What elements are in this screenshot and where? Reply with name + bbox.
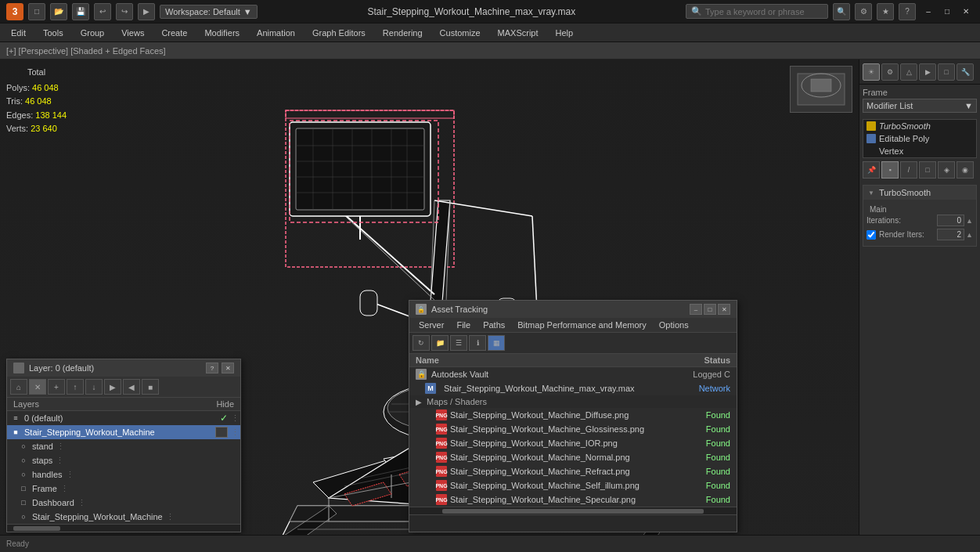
layer-item-7[interactable]: ○ Stair_Stepping_Workout_Machine ⋮ [7, 510, 240, 524]
at-row-5[interactable]: PNG Stair_Stepping_Workout_Machine_IOR.p… [409, 436, 737, 450]
mod-tool-vertex[interactable]: ▪ [881, 161, 899, 179]
at-tb-refresh[interactable]: ↻ [413, 335, 430, 351]
rp-icon-motion2[interactable]: ▶ [919, 63, 936, 81]
at-row-7[interactable]: PNG Stair_Stepping_Workout_Machine_Refra… [409, 464, 737, 478]
layer-item-3[interactable]: ○ staps ⋮ [7, 453, 240, 467]
lt-btn-4[interactable]: ↑ [67, 379, 84, 395]
layer-item-4[interactable]: ○ handles ⋮ [7, 467, 240, 482]
layers-close-btn[interactable]: ✕ [222, 363, 234, 373]
mod-turbosmooth[interactable]: TurboSmooth [863, 120, 976, 132]
at-tb-folder[interactable]: 📁 [431, 335, 449, 351]
lt-btn-6[interactable]: ▶ [104, 379, 121, 395]
minimize-button[interactable]: – [921, 5, 936, 18]
layers-hscrollbar[interactable] [7, 524, 240, 532]
at-scrollbar-thumb[interactable] [442, 509, 704, 514]
at-row-0[interactable]: 🔒 Autodesk Vault Logged C [409, 367, 737, 381]
menu-help[interactable]: Help [548, 27, 582, 39]
menu-modifiers[interactable]: Modifiers [196, 27, 247, 39]
layer-item-2[interactable]: ○ stand ⋮ [7, 439, 240, 453]
ts-render-iters-input[interactable] [937, 229, 964, 240]
layer-item-5[interactable]: □ Frame ⋮ [7, 482, 240, 496]
mod-tool-border[interactable]: □ [919, 161, 936, 179]
at-menu-server[interactable]: Server [413, 318, 450, 332]
turbosmooth-header[interactable]: TurboSmooth [863, 186, 976, 200]
rp-icon-utilities[interactable]: 🔧 [957, 63, 974, 81]
maximize-button[interactable]: □ [939, 5, 955, 18]
menu-animation[interactable]: Animation [249, 27, 303, 39]
layer-item-6[interactable]: □ Dashboard ⋮ [7, 496, 240, 510]
lt-btn-5[interactable]: ↓ [85, 379, 103, 395]
layers-hscrollbar-thumb[interactable] [13, 526, 60, 531]
ts-render-iters-up[interactable]: ▲ [966, 231, 973, 239]
tb-btn-star[interactable]: ★ [877, 3, 894, 20]
at-minimize-btn[interactable]: – [690, 304, 702, 315]
menu-maxscript[interactable]: MAXScript [490, 27, 546, 39]
lt-btn-2[interactable]: ✕ [29, 379, 46, 395]
at-menu-file[interactable]: File [450, 318, 477, 332]
tb-btn-new[interactable]: □ [28, 3, 45, 20]
at-row-3[interactable]: PNG Stair_Stepping_Workout_Machine_Diffu… [409, 408, 737, 422]
tb-btn-settings[interactable]: ⚙ [855, 3, 872, 20]
viewport[interactable]: Total Polys: 46 048 Tris: 46 048 Edges: … [0, 60, 859, 552]
menu-create[interactable]: Create [153, 27, 195, 39]
at-menu-options[interactable]: Options [653, 318, 695, 332]
search-input[interactable] [705, 7, 823, 16]
lt-btn-7[interactable]: ◀ [123, 379, 140, 395]
tb-btn-open[interactable]: 📂 [50, 3, 67, 20]
tb-btn-save[interactable]: 💾 [72, 3, 89, 20]
rp-icon-display[interactable]: □ [938, 63, 955, 81]
at-row-2[interactable]: ▶ Maps / Shaders [409, 395, 737, 408]
at-tb-info[interactable]: ℹ [469, 335, 486, 351]
lt-btn-8[interactable]: ■ [142, 379, 159, 395]
tb-btn-search-ext[interactable]: 🔍 [833, 3, 850, 20]
mod-tool-element[interactable]: ◉ [957, 161, 974, 179]
mod-tool-poly[interactable]: ◈ [938, 161, 955, 179]
layer-item-1[interactable]: ■ Stair_Stepping_Workout_Machine ⋮ [7, 425, 240, 439]
layers-help-btn[interactable]: ? [206, 363, 218, 373]
at-row-4[interactable]: PNG Stair_Stepping_Workout_Machine_Gloss… [409, 422, 737, 436]
menu-views[interactable]: Views [113, 27, 152, 39]
rp-icon-hierarchy[interactable]: △ [900, 63, 917, 81]
menu-graph-editors[interactable]: Graph Editors [304, 27, 373, 39]
at-row-8[interactable]: PNG Stair_Stepping_Workout_Machine_Self_… [409, 478, 737, 492]
at-row-1-status: Network [668, 384, 730, 393]
mod-tool-pin[interactable]: 📌 [863, 161, 880, 179]
at-maximize-btn[interactable]: □ [704, 304, 716, 315]
mod-editablepoly[interactable]: Editable Poly [863, 132, 976, 145]
at-menu-bitmap[interactable]: Bitmap Performance and Memory [511, 318, 652, 332]
close-button[interactable]: ✕ [958, 5, 974, 18]
at-tb-grid[interactable]: ▦ [488, 335, 505, 351]
menu-edit[interactable]: Edit [3, 27, 34, 39]
menu-rendering[interactable]: Rendering [375, 27, 431, 39]
tb-btn-help[interactable]: ? [899, 3, 916, 20]
layer-name-1: Stair_Stepping_Workout_Machine [24, 428, 155, 437]
modifier-list-dropdown[interactable]: Modifier List ▼ [863, 99, 977, 113]
mod-tool-edge[interactable]: / [900, 161, 917, 179]
tb-btn-undo[interactable]: ↩ [94, 3, 111, 20]
ts-iterations-input[interactable] [937, 215, 964, 226]
at-menu-paths[interactable]: Paths [477, 318, 511, 332]
ts-render-iters-checkbox[interactable] [867, 230, 876, 240]
lt-btn-3[interactable]: + [48, 379, 65, 395]
at-row-9[interactable]: PNG Stair_Stepping_Workout_Machine_Specu… [409, 492, 737, 507]
at-close-btn[interactable]: ✕ [718, 304, 730, 315]
at-scrollbar[interactable] [409, 507, 737, 514]
tb-btn-render[interactable]: ▶ [138, 3, 155, 20]
workspace-dropdown[interactable]: Workspace: Default ▼ [160, 5, 258, 19]
menu-group[interactable]: Group [73, 27, 113, 39]
tb-btn-redo[interactable]: ↪ [116, 3, 133, 20]
layer-visibility-1[interactable] [215, 427, 228, 438]
rp-icon-modify[interactable]: ⚙ [881, 63, 899, 81]
rp-icon-motion[interactable]: ☀ [863, 63, 880, 81]
layer-item-0[interactable]: ≡ 0 (default) ✓ ⋮ [7, 411, 240, 425]
mod-vertex[interactable]: Vertex [863, 145, 976, 157]
at-row-1[interactable]: M Stair_Stepping_Workout_Machine_max_vra… [409, 381, 737, 395]
menu-customize[interactable]: Customize [432, 27, 488, 39]
search-bar[interactable]: 🔍 [686, 4, 828, 19]
title-bar-right: – □ ✕ [921, 5, 974, 18]
at-row-6[interactable]: PNG Stair_Stepping_Workout_Machine_Norma… [409, 450, 737, 464]
lt-btn-1[interactable]: ⌂ [10, 379, 27, 395]
menu-tools[interactable]: Tools [35, 27, 71, 39]
at-tb-list[interactable]: ☰ [450, 335, 467, 351]
ts-iterations-up[interactable]: ▲ [966, 217, 973, 225]
